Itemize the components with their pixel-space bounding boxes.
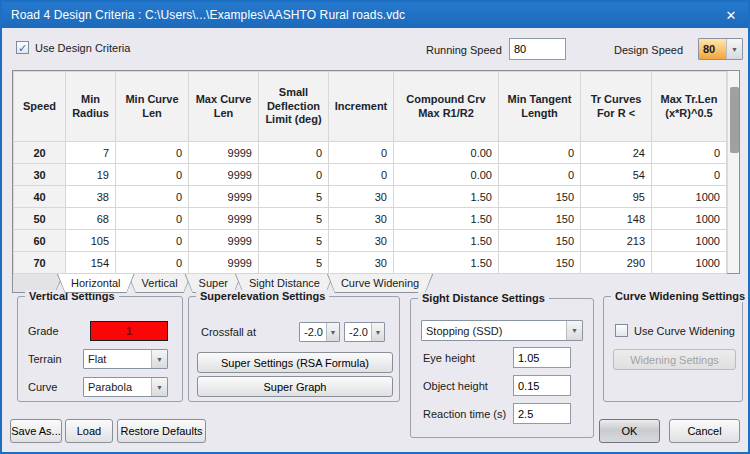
crossfall-select-right[interactable]: -2.0 ▼ [344,322,385,342]
table-cell[interactable]: 38 [66,186,116,208]
table-cell[interactable]: 9999 [189,208,259,230]
sight-distance-mode-value: Stopping (SSD) [422,321,566,340]
table-cell[interactable]: 5 [259,230,329,252]
table-cell[interactable]: 0 [116,186,189,208]
table-cell[interactable]: 1.50 [394,186,499,208]
sight-distance-mode-select[interactable]: Stopping (SSD) ▼ [421,320,583,341]
tab-vertical[interactable]: Vertical [128,274,192,293]
table-cell[interactable]: 1000 [652,186,727,208]
table-cell[interactable]: 9999 [189,230,259,252]
terrain-select[interactable]: Flat ▼ [83,349,168,369]
table-cell[interactable]: 150 [499,230,581,252]
table-cell[interactable]: 9999 [189,142,259,164]
row-header-speed: 50 [14,208,66,230]
table-cell[interactable]: 30 [329,208,394,230]
table-cell[interactable]: 1.50 [394,252,499,274]
reaction-time-input[interactable] [513,403,571,424]
table-cell[interactable]: 148 [581,208,652,230]
running-speed-label: Running Speed [426,44,502,56]
table-cell[interactable]: 150 [499,186,581,208]
sight-distance-settings-group: Sight Distance Settings Stopping (SSD) ▼… [410,298,594,438]
table-row: 20709999000.000240 [14,142,727,164]
super-graph-button[interactable]: Super Graph [197,376,393,397]
table-row: 60105099995301.501502131000 [14,230,727,252]
table-cell[interactable]: 0.00 [394,142,499,164]
table-cell[interactable]: 24 [581,142,652,164]
table-cell[interactable]: 1000 [652,208,727,230]
table-cell[interactable]: 0 [116,208,189,230]
table-cell[interactable]: 0 [652,164,727,186]
table-scrollbar[interactable] [727,71,739,273]
table-cell[interactable]: 0 [259,164,329,186]
table-cell[interactable]: 0 [499,164,581,186]
close-icon[interactable]: ✕ [714,8,748,23]
column-header: Min Curve Len [116,72,189,142]
column-header: Min Radius [66,72,116,142]
column-header: Increment [329,72,394,142]
widening-settings-button[interactable]: Widening Settings [613,349,736,370]
table-cell[interactable]: 0 [499,142,581,164]
table-cell[interactable]: 7 [66,142,116,164]
table-cell[interactable]: 0 [329,142,394,164]
table-cell[interactable]: 30 [329,186,394,208]
table-cell[interactable]: 0 [259,142,329,164]
curve-select[interactable]: Parabola ▼ [83,377,168,397]
table-cell[interactable]: 0 [116,252,189,274]
running-speed-input[interactable] [509,38,566,60]
table-cell[interactable]: 54 [581,164,652,186]
table-cell[interactable]: 9999 [189,252,259,274]
design-speed-select[interactable]: 80 ▼ [698,38,743,60]
table-cell[interactable]: 0.00 [394,164,499,186]
table-cell[interactable]: 9999 [189,164,259,186]
table-cell[interactable]: 1000 [652,230,727,252]
table-cell[interactable]: 1000 [652,252,727,274]
table-cell[interactable]: 95 [581,186,652,208]
table-cell[interactable]: 30 [329,252,394,274]
table-header-row: SpeedMin RadiusMin Curve LenMax Curve Le… [14,72,727,142]
terrain-value: Flat [84,350,151,368]
table-cell[interactable]: 213 [581,230,652,252]
table-cell[interactable]: 105 [66,230,116,252]
table-cell[interactable]: 0 [329,164,394,186]
table-cell[interactable]: 30 [329,230,394,252]
scrollbar-thumb[interactable] [730,87,739,153]
table-cell[interactable]: 5 [259,208,329,230]
table-cell[interactable]: 154 [66,252,116,274]
table-cell[interactable]: 0 [652,142,727,164]
table-cell[interactable]: 5 [259,186,329,208]
tab-curve-widening[interactable]: Curve Widening [327,274,433,293]
object-height-input[interactable] [513,375,571,396]
row-header-speed: 30 [14,164,66,186]
table-cell[interactable]: 68 [66,208,116,230]
eye-height-input[interactable] [513,347,571,368]
table-cell[interactable]: 150 [499,208,581,230]
crossfall-select-left[interactable]: -2.0 ▼ [299,322,340,342]
tab-horizontal[interactable]: Horizontal [57,274,135,293]
table-cell[interactable]: 0 [116,142,189,164]
super-settings-button[interactable]: Super Settings (RSA Formula) [197,352,393,373]
grade-field[interactable]: 1 [90,321,168,341]
use-curve-widening-checkbox[interactable]: Use Curve Widening [615,324,735,337]
cancel-button[interactable]: Cancel [669,419,740,443]
table-cell[interactable]: 9999 [189,186,259,208]
table-cell[interactable]: 5 [259,252,329,274]
restore-defaults-button[interactable]: Restore Defaults [117,419,206,443]
chevron-down-icon: ▼ [371,323,384,341]
load-button[interactable]: Load [65,419,113,443]
table-cell[interactable]: 0 [116,164,189,186]
row-header-speed: 40 [14,186,66,208]
table-cell[interactable]: 1.50 [394,230,499,252]
terrain-label: Terrain [28,353,62,365]
save-as-button[interactable]: Save As... [10,419,62,443]
table-cell[interactable]: 150 [499,252,581,274]
table-cell[interactable]: 0 [116,230,189,252]
table-cell[interactable]: 19 [66,164,116,186]
eye-height-label: Eye height [423,352,475,364]
table-cell[interactable]: 1.50 [394,208,499,230]
table-cell[interactable]: 290 [581,252,652,274]
chevron-down-icon: ▼ [566,321,582,340]
ok-button[interactable]: OK [599,419,660,443]
curve-widening-settings-title: Curve Widening Settings [611,290,749,302]
use-design-criteria-checkbox[interactable]: Use Design Criteria [16,41,130,54]
use-curve-widening-label: Use Curve Widening [634,325,735,337]
